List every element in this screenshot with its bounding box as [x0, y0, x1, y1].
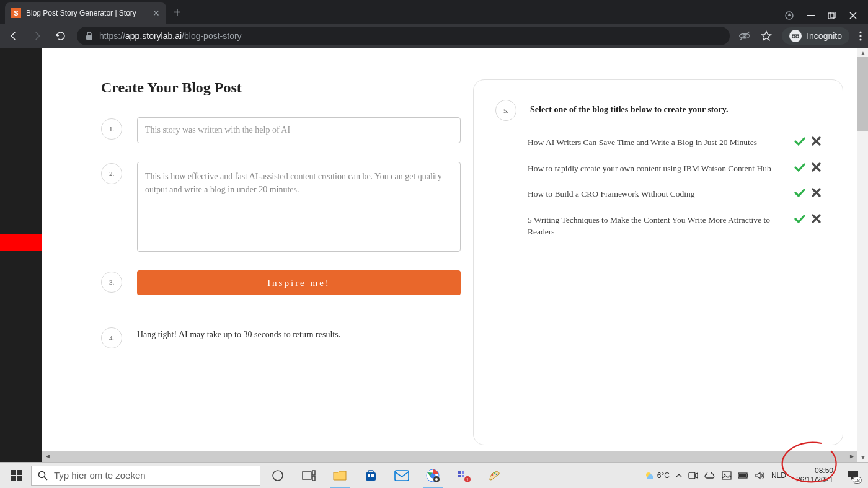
tray-onedrive-icon[interactable] [704, 472, 715, 479]
accept-title-icon[interactable] [794, 162, 805, 172]
svg-rect-14 [11, 476, 16, 481]
scroll-right-arrow[interactable]: ► [849, 453, 855, 459]
lock-icon [86, 32, 93, 40]
svg-point-8 [796, 35, 799, 38]
story-topic-input[interactable] [137, 117, 461, 143]
incognito-icon [789, 30, 802, 42]
clock-date: 26/11/2021 [796, 476, 833, 484]
paint-icon[interactable] [481, 463, 508, 488]
title-suggestion: How to Build a CRO Framework Without Cod… [528, 188, 821, 200]
action-center-icon[interactable]: 18 [843, 466, 863, 485]
svg-point-39 [496, 473, 498, 475]
eye-off-icon[interactable] [738, 30, 751, 42]
svg-point-16 [39, 471, 45, 477]
story-description-textarea[interactable] [137, 162, 461, 252]
reject-title-icon[interactable] [812, 162, 821, 172]
svg-rect-13 [17, 470, 22, 475]
new-tab-button[interactable]: + [174, 6, 181, 20]
svg-point-43 [724, 473, 726, 475]
reject-title-icon[interactable] [812, 214, 821, 224]
search-icon [38, 471, 48, 481]
svg-point-11 [859, 38, 861, 40]
toolbar: https://app.storylab.ai/blog-post-story … [0, 24, 868, 48]
ms-store-icon[interactable] [357, 463, 384, 488]
svg-rect-33 [462, 471, 464, 474]
svg-point-9 [859, 31, 861, 33]
horizontal-scrollbar[interactable]: ◄ ► [42, 451, 857, 462]
address-bar[interactable]: https://app.storylab.ai/blog-post-story [77, 27, 730, 45]
inspire-me-button[interactable]: Inspire me! [137, 270, 461, 295]
svg-point-10 [859, 35, 861, 37]
title-text: How to rapidly create your own content u… [528, 162, 784, 175]
title-suggestion: How to rapidly create your own content u… [528, 162, 821, 175]
favicon: S [11, 8, 21, 18]
accept-title-icon[interactable] [794, 188, 805, 198]
scroll-down-arrow[interactable]: ▼ [860, 454, 866, 461]
window-close-icon[interactable] [849, 12, 857, 19]
taskbar-clock[interactable]: 08:50 26/11/2021 [792, 466, 837, 484]
svg-rect-25 [371, 474, 374, 477]
svg-rect-21 [312, 476, 315, 481]
tab-title: Blog Post Story Generator | Story [26, 9, 148, 17]
svg-rect-45 [747, 474, 748, 477]
scroll-left-arrow[interactable]: ◄ [45, 453, 51, 459]
app-menu-icon[interactable] [785, 11, 794, 20]
title-text: How AI Writers Can Save Time and Write a… [528, 136, 784, 149]
notification-count: 18 [852, 477, 862, 484]
tray-chevron-icon[interactable] [676, 472, 682, 479]
accept-title-icon[interactable] [794, 136, 805, 146]
tray-photos-icon[interactable] [722, 471, 732, 480]
svg-point-38 [494, 472, 496, 474]
vertical-scroll-thumb[interactable] [857, 57, 868, 131]
reload-button[interactable] [53, 30, 68, 42]
kebab-menu-icon[interactable] [859, 31, 862, 41]
forward-button[interactable] [30, 30, 45, 42]
tray-language[interactable]: NLD [771, 471, 786, 480]
close-tab-icon[interactable]: ✕ [153, 8, 160, 18]
incognito-badge[interactable]: Incognito [782, 27, 849, 45]
svg-rect-41 [689, 472, 695, 479]
window-minimize-icon[interactable] [807, 12, 815, 19]
svg-rect-23 [368, 471, 373, 473]
windows-taskbar: Typ hier om te zoeken 1 6°C NLD 08:50 26… [0, 462, 868, 488]
svg-point-37 [492, 474, 494, 476]
svg-text:1: 1 [466, 477, 469, 482]
svg-rect-15 [17, 476, 22, 481]
cortana-icon[interactable] [264, 463, 291, 488]
window-maximize-icon[interactable] [828, 12, 836, 19]
step-number-2: 2. [101, 163, 122, 184]
wait-message: Hang tight! AI may take up to 30 seconds… [137, 326, 340, 340]
chrome-icon[interactable] [419, 463, 446, 488]
tray-volume-icon[interactable] [755, 471, 765, 480]
title-suggestion: How AI Writers Can Save Time and Write a… [528, 136, 821, 149]
file-explorer-icon[interactable] [326, 463, 353, 488]
svg-rect-22 [366, 472, 376, 481]
svg-rect-31 [458, 471, 461, 474]
search-placeholder: Typ hier om te zoeken [54, 470, 146, 481]
back-button[interactable] [6, 30, 21, 42]
tray-meet-now-icon[interactable] [688, 471, 698, 480]
svg-rect-26 [395, 471, 409, 481]
bookmark-star-icon[interactable] [761, 30, 772, 42]
vertical-scrollbar[interactable]: ▲ ▼ [857, 48, 868, 462]
step-number-4: 4. [101, 327, 122, 348]
red-accent-bar [0, 234, 42, 251]
start-button[interactable] [5, 466, 27, 485]
accept-title-icon[interactable] [794, 214, 805, 224]
svg-rect-46 [739, 474, 746, 477]
svg-rect-4 [86, 35, 92, 40]
reject-title-icon[interactable] [812, 188, 821, 198]
sidebar-strip [0, 48, 42, 462]
taskbar-search[interactable]: Typ hier om te zoeken [31, 466, 260, 486]
teams-icon[interactable]: 1 [450, 463, 477, 488]
tray-battery-icon[interactable] [738, 472, 749, 479]
svg-rect-19 [303, 472, 311, 479]
scroll-up-arrow[interactable]: ▲ [860, 50, 866, 56]
weather-widget[interactable]: 6°C [645, 470, 670, 481]
task-view-icon[interactable] [295, 463, 322, 488]
url-text: https://app.storylab.ai/blog-post-story [99, 31, 242, 41]
step-number-5: 5. [495, 100, 516, 121]
reject-title-icon[interactable] [812, 136, 821, 146]
mail-icon[interactable] [388, 463, 415, 488]
browser-tab[interactable]: S Blog Post Story Generator | Story ✕ [5, 2, 166, 24]
